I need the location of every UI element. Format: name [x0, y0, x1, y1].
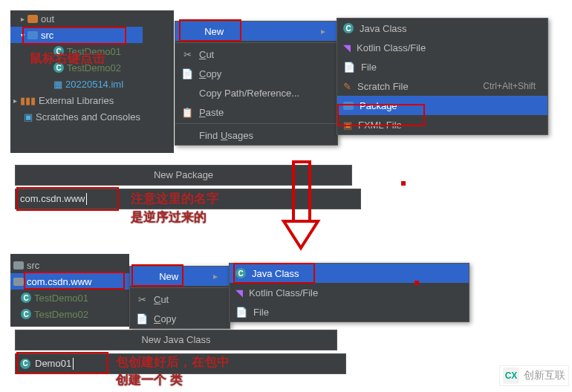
- chevron-right-icon: ▸: [21, 15, 25, 23]
- arrow-icon: [282, 162, 319, 251]
- annotation-box: [233, 263, 315, 284]
- folder-icon: [13, 278, 24, 286]
- menu-item-file[interactable]: 📄 File: [230, 302, 469, 321]
- menu-item-kotlin[interactable]: ◥ Kotlin Class/File: [230, 283, 469, 302]
- scratch-icon: ✎: [343, 81, 351, 92]
- file-icon: ▦: [53, 79, 62, 90]
- new-class-title: New Java Class: [15, 330, 337, 350]
- file-icon: 📄: [343, 62, 355, 73]
- annotation-text: 是逆序过来的: [131, 209, 207, 226]
- menu-item-java-class[interactable]: C Java Class: [337, 19, 547, 38]
- tree-label: TestDemo02: [34, 309, 88, 320]
- menu-item-paste[interactable]: 📋 Paste: [175, 102, 337, 122]
- folder-icon: [13, 261, 24, 270]
- kotlin-icon: ◥: [343, 42, 351, 53]
- tree-row-out[interactable]: ▸ out: [10, 10, 174, 27]
- kotlin-icon: ◥: [235, 287, 243, 298]
- logo-icon: CX: [503, 368, 519, 384]
- folder-icon: [27, 15, 38, 23]
- class-icon: C: [21, 309, 31, 319]
- annotation-text: 创建一个 类: [116, 371, 183, 388]
- class-icon: C: [21, 293, 31, 303]
- chevron-right-icon: ▸: [213, 271, 218, 281]
- tree-row-src[interactable]: src: [10, 257, 129, 273]
- tree-label: Scratches and Consoles: [36, 111, 140, 122]
- tree-row-td1[interactable]: C TestDemo01: [10, 290, 129, 306]
- menu-item-file[interactable]: 📄 File: [337, 57, 547, 76]
- class-icon: C: [343, 23, 354, 33]
- menu-item-copy[interactable]: 📄 Copy: [175, 64, 337, 83]
- copy-icon: 📄: [136, 313, 148, 324]
- paste-icon: 📋: [181, 107, 193, 118]
- scratches-icon: ▣: [24, 111, 33, 122]
- tree-label: 20220514.iml: [65, 79, 123, 90]
- svg-rect-0: [293, 162, 310, 221]
- tree-label: External Libraries: [39, 95, 114, 106]
- menu-item-copy[interactable]: 📄 Copy: [130, 309, 230, 328]
- annotation-box: [131, 264, 183, 287]
- tree-row-iml[interactable]: ▦ 20220514.iml: [10, 76, 174, 92]
- annotation-text: 注意这里的名字: [131, 190, 219, 207]
- tree-row-external-libs[interactable]: ▸ ▮▮▮ External Libraries: [10, 92, 174, 108]
- file-icon: 📄: [235, 307, 247, 318]
- chevron-right-icon: ▸: [321, 26, 325, 36]
- menu-item-kotlin[interactable]: ◥ Kotlin Class/File: [337, 38, 547, 57]
- menu-item-scratch[interactable]: ✎ Scratch File Ctrl+Alt+Shift: [337, 76, 547, 96]
- watermark: CX 创新互联: [499, 365, 569, 386]
- library-icon: ▮▮▮: [20, 95, 36, 106]
- annotation-text: 包创建好后，在包中: [116, 353, 230, 370]
- tree-label: src: [27, 260, 39, 271]
- annotation-box: [16, 352, 108, 374]
- menu-item-copypath[interactable]: Copy Path/Reference...: [175, 83, 337, 102]
- chevron-right-icon: ▸: [13, 97, 17, 105]
- copy-icon: 📄: [181, 68, 193, 79]
- menu-item-findusages[interactable]: Find Usages: [175, 125, 337, 145]
- annotation-text: 鼠标右键点击: [30, 50, 105, 67]
- dot-marker: [415, 281, 419, 285]
- annotation-box: [24, 272, 125, 290]
- annotation-box: [22, 27, 126, 45]
- annotation-box: [16, 187, 119, 211]
- tree-row-scratches[interactable]: ▣ Scratches and Consoles: [10, 108, 174, 125]
- svg-marker-1: [284, 221, 318, 248]
- annotation-box: [337, 104, 425, 126]
- menu-item-cut[interactable]: ✂ Cut: [130, 290, 230, 309]
- annotation-box: [179, 19, 241, 42]
- dot-marker: [401, 181, 406, 186]
- tree-row-td2[interactable]: C TestDemo02: [10, 306, 129, 322]
- cut-icon: ✂: [181, 49, 193, 60]
- project-tree-2[interactable]: src com.csdn.www C TestDemo01 C TestDemo…: [10, 254, 129, 327]
- menu-item-cut[interactable]: ✂ Cut: [175, 45, 337, 64]
- tree-label: TestDemo01: [34, 293, 88, 304]
- cut-icon: ✂: [136, 294, 148, 305]
- tree-label: out: [41, 13, 54, 24]
